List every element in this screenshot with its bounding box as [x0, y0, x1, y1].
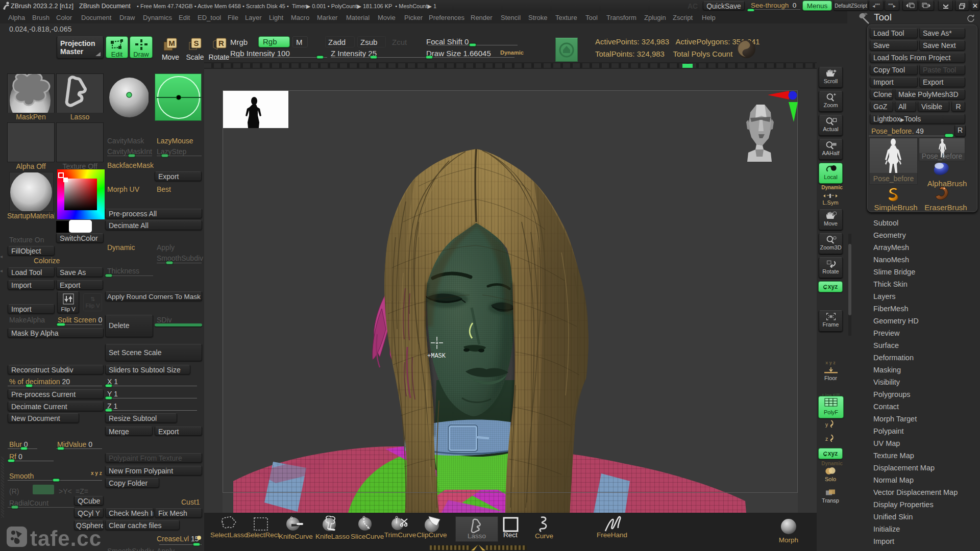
svg-text:+MASK: +MASK [427, 353, 446, 360]
svg-text:y: y [825, 422, 828, 428]
svg-text:M: M [168, 39, 175, 47]
svg-text:R: R [218, 39, 224, 47]
svg-text:z: z [825, 436, 828, 442]
svg-text:S: S [193, 39, 199, 47]
